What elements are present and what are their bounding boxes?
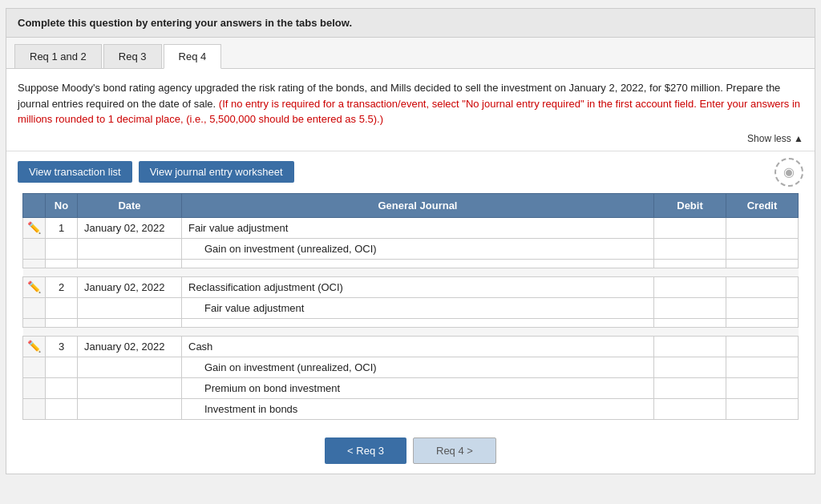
cell-no: 2 (46, 276, 78, 297)
cell-debit[interactable] (654, 297, 726, 318)
instruction-text: Complete this question by entering your … (18, 17, 352, 29)
edit-icon[interactable]: ✏️ (27, 340, 41, 353)
cell-date: January 02, 2022 (78, 336, 182, 357)
spacer-row (23, 268, 799, 276)
cell-date (78, 238, 182, 259)
cell-credit[interactable] (726, 336, 799, 357)
cell-date: January 02, 2022 (78, 217, 182, 238)
table-row (23, 318, 799, 327)
cell-no (46, 297, 78, 318)
table-row: Premium on bond investment (23, 377, 799, 398)
cell-credit[interactable] (726, 238, 799, 259)
table-row: Gain on investment (unrealized, OCI) (23, 357, 799, 377)
col-header-journal: General Journal (182, 193, 654, 217)
cell-journal[interactable]: Cash (182, 336, 654, 357)
journal-table: No Date General Journal Debit Credit ✏️1… (22, 193, 799, 420)
table-row: Investment in bonds (23, 398, 799, 419)
x-icon: ◉ (783, 164, 795, 179)
cell-no: 1 (46, 217, 78, 238)
cell-date (78, 398, 182, 419)
col-header-no: No (46, 193, 78, 217)
toolbar: View transaction list View journal entry… (6, 151, 815, 193)
cell-debit[interactable] (654, 398, 726, 419)
next-button[interactable]: Req 4 > (413, 437, 496, 464)
table-row: ✏️1January 02, 2022Fair value adjustment (23, 217, 799, 238)
cell-date (78, 357, 182, 377)
cell-journal[interactable]: Premium on bond investment (182, 377, 654, 398)
cell-journal[interactable]: Gain on investment (unrealized, OCI) (182, 357, 654, 377)
cell-debit[interactable] (654, 318, 726, 327)
cell-no (46, 398, 78, 419)
cell-no (46, 238, 78, 259)
cell-date (78, 377, 182, 398)
table-row (23, 259, 799, 268)
edit-icon[interactable]: ✏️ (27, 221, 41, 234)
view-transaction-button[interactable]: View transaction list (18, 161, 132, 183)
cell-debit[interactable] (654, 238, 726, 259)
cell-no (46, 259, 78, 268)
cell-journal[interactable]: Gain on investment (unrealized, OCI) (182, 238, 654, 259)
cell-no: 3 (46, 336, 78, 357)
instruction-bar: Complete this question by entering your … (6, 9, 815, 38)
table-row: ✏️2January 02, 2022Reclassification adju… (23, 276, 799, 297)
tab-req4[interactable]: Req 4 (164, 44, 222, 69)
cell-credit[interactable] (726, 357, 799, 377)
tab-req1and2[interactable]: Req 1 and 2 (14, 44, 102, 68)
table-row: Gain on investment (unrealized, OCI) (23, 238, 799, 259)
spacer-row (23, 327, 799, 336)
cell-debit[interactable] (654, 259, 726, 268)
show-less-container: Show less ▲ (18, 132, 803, 144)
col-header-credit: Credit (726, 193, 799, 217)
cell-debit[interactable] (654, 276, 726, 297)
tab-req3[interactable]: Req 3 (103, 44, 162, 68)
cell-credit[interactable] (726, 318, 799, 327)
cell-credit[interactable] (726, 276, 799, 297)
edit-icon[interactable]: ✏️ (27, 280, 41, 293)
cell-journal[interactable]: Fair value adjustment (182, 217, 654, 238)
cell-debit[interactable] (654, 217, 726, 238)
cell-no (46, 357, 78, 377)
cell-credit[interactable] (726, 259, 799, 268)
cell-journal[interactable] (182, 259, 654, 268)
question-content: Suppose Moody's bond rating agency upgra… (6, 69, 815, 151)
cell-no (46, 377, 78, 398)
cell-journal[interactable]: Reclassification adjustment (OCI) (182, 276, 654, 297)
nav-buttons: < Req 3 Req 4 > (6, 428, 815, 474)
cell-credit[interactable] (726, 377, 799, 398)
cell-date (78, 297, 182, 318)
cell-date: January 02, 2022 (78, 276, 182, 297)
table-row: Fair value adjustment (23, 297, 799, 318)
cell-journal[interactable]: Investment in bonds (182, 398, 654, 419)
cell-debit[interactable] (654, 357, 726, 377)
col-header-date: Date (78, 193, 182, 217)
cell-date (78, 318, 182, 327)
view-journal-button[interactable]: View journal entry worksheet (139, 161, 294, 183)
cell-credit[interactable] (726, 297, 799, 318)
tabs-row: Req 1 and 2 Req 3 Req 4 (6, 38, 815, 69)
cell-journal[interactable]: Fair value adjustment (182, 297, 654, 318)
show-less-link[interactable]: Show less ▲ (747, 133, 803, 144)
table-row: ✏️3January 02, 2022Cash (23, 336, 799, 357)
cell-date (78, 259, 182, 268)
col-header-debit: Debit (654, 193, 726, 217)
cell-debit[interactable] (654, 336, 726, 357)
cell-debit[interactable] (654, 377, 726, 398)
cell-credit[interactable] (726, 217, 799, 238)
col-header-edit (23, 193, 46, 217)
journal-table-wrapper: No Date General Journal Debit Credit ✏️1… (6, 193, 815, 428)
cell-journal[interactable] (182, 318, 654, 327)
prev-button[interactable]: < Req 3 (325, 437, 406, 464)
circle-x-button[interactable]: ◉ (774, 158, 803, 187)
cell-no (46, 318, 78, 327)
question-text: Suppose Moody's bond rating agency upgra… (18, 80, 803, 127)
cell-credit[interactable] (726, 398, 799, 419)
